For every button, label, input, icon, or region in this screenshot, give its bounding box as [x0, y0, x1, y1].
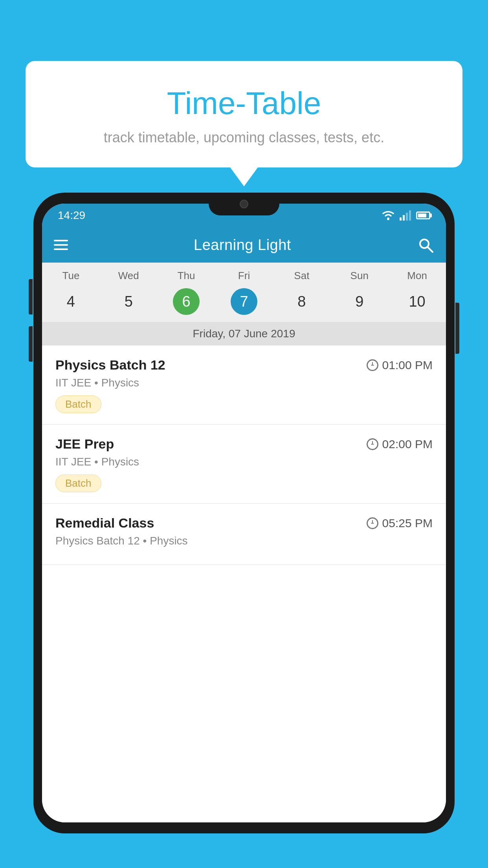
day-tue[interactable]: Tue	[42, 270, 100, 282]
day-sat[interactable]: Sat	[273, 270, 330, 282]
day-sun[interactable]: Sun	[330, 270, 388, 282]
schedule-item-2-time: 02:00 PM	[367, 438, 433, 451]
battery-icon	[416, 211, 430, 219]
schedule-item-2-subtitle: IIT JEE • Physics	[55, 456, 433, 468]
schedule-item-2-time-label: 02:00 PM	[382, 438, 433, 451]
speech-bubble: Time-Table track timetable, upcoming cla…	[26, 61, 462, 167]
phone-mockup: 14:29	[33, 193, 455, 868]
selected-date-label: Friday, 07 June 2019	[42, 322, 446, 346]
svg-point-0	[387, 218, 389, 220]
schedule-item-1-time-label: 01:00 PM	[382, 359, 433, 372]
clock-icon-2	[367, 438, 378, 450]
phone-button-volume-up	[29, 279, 33, 314]
svg-rect-3	[406, 213, 408, 221]
schedule-item-3-time-label: 05:25 PM	[382, 517, 433, 530]
date-6-today[interactable]: 6	[158, 288, 215, 315]
schedule-item-1-header: Physics Batch 12 01:00 PM	[55, 357, 433, 373]
dates-row: 4 5 6 7 8 9 10	[42, 285, 446, 322]
schedule-item-1[interactable]: Physics Batch 12 01:00 PM IIT JEE • Phys…	[42, 346, 446, 425]
calendar-header: Tue Wed Thu Fri Sat Sun Mon 4 5 6 7 8 9 …	[42, 263, 446, 346]
phone-notch	[209, 193, 279, 215]
schedule-item-2-title: JEE Prep	[55, 436, 114, 452]
schedule-item-2[interactable]: JEE Prep 02:00 PM IIT JEE • Physics Batc…	[42, 425, 446, 504]
app-title: Learning Light	[68, 237, 417, 254]
schedule-item-3-time: 05:25 PM	[367, 517, 433, 530]
date-8[interactable]: 8	[273, 288, 330, 315]
date-7-selected[interactable]: 7	[215, 288, 273, 315]
schedule-item-1-title: Physics Batch 12	[55, 357, 165, 373]
phone-button-volume-down	[29, 326, 33, 362]
schedule-item-3-header: Remedial Class 05:25 PM	[55, 515, 433, 531]
schedule-list: Physics Batch 12 01:00 PM IIT JEE • Phys…	[42, 346, 446, 822]
status-icons	[382, 210, 430, 221]
svg-rect-2	[403, 215, 405, 221]
status-time: 14:29	[58, 209, 85, 222]
phone-camera	[240, 200, 248, 208]
day-thu[interactable]: Thu	[158, 270, 215, 282]
day-wed[interactable]: Wed	[100, 270, 158, 282]
clock-icon-3	[367, 517, 378, 529]
date-10[interactable]: 10	[388, 288, 446, 315]
phone-screen: 14:29	[42, 204, 446, 822]
schedule-item-2-batch-tag: Batch	[55, 474, 101, 492]
page-title: Time-Table	[45, 85, 443, 122]
svg-rect-1	[400, 217, 402, 221]
date-9[interactable]: 9	[330, 288, 388, 315]
schedule-item-3-title: Remedial Class	[55, 515, 154, 531]
clock-icon	[367, 359, 378, 371]
hamburger-menu-icon[interactable]	[54, 240, 68, 250]
signal-icon	[400, 210, 411, 221]
schedule-item-3-subtitle: Physics Batch 12 • Physics	[55, 535, 433, 547]
schedule-item-1-subtitle: IIT JEE • Physics	[55, 377, 433, 389]
svg-line-6	[427, 247, 433, 252]
day-fri[interactable]: Fri	[215, 270, 273, 282]
schedule-item-3[interactable]: Remedial Class 05:25 PM Physics Batch 12…	[42, 504, 446, 565]
date-5[interactable]: 5	[100, 288, 158, 315]
date-4[interactable]: 4	[42, 288, 100, 315]
phone-button-power	[455, 303, 459, 354]
search-icon[interactable]	[417, 236, 434, 254]
days-row: Tue Wed Thu Fri Sat Sun Mon	[42, 263, 446, 285]
schedule-item-2-header: JEE Prep 02:00 PM	[55, 436, 433, 452]
app-bar: Learning Light	[42, 227, 446, 263]
page-subtitle: track timetable, upcoming classes, tests…	[45, 129, 443, 146]
schedule-item-1-batch-tag: Batch	[55, 395, 101, 413]
schedule-item-1-time: 01:00 PM	[367, 359, 433, 372]
day-mon[interactable]: Mon	[388, 270, 446, 282]
svg-rect-4	[409, 210, 411, 221]
wifi-icon	[382, 210, 395, 221]
